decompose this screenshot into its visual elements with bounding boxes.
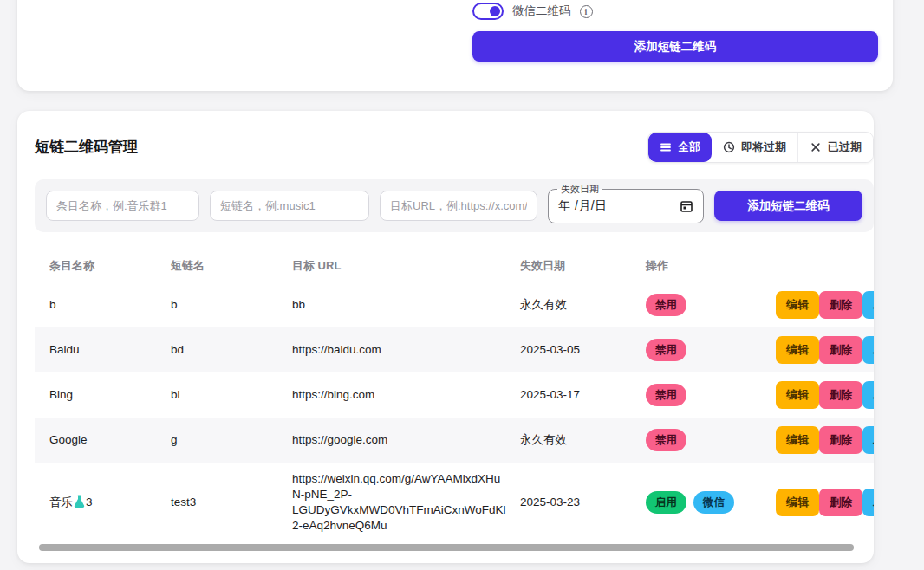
list-icon (660, 141, 672, 153)
cell-expiry-date: 2025-03-17 (520, 379, 646, 411)
target-url-input[interactable] (380, 191, 537, 221)
filter-tab-expired[interactable]: 已过期 (798, 133, 873, 162)
cell-shortlink-name: bi (171, 379, 292, 411)
cell-target-url: https://weixin.qq.com/g/AwYAAMlxdXHuN-pN… (292, 463, 520, 542)
shortlink-table: 条目名称 短链名 目标 URL 失效日期 操作 b b bb 永久有效 禁用 编… (35, 249, 874, 542)
cell-shortlink-name: test3 (171, 486, 292, 519)
x-icon (810, 141, 822, 153)
delete-button[interactable]: 删除 (819, 426, 862, 454)
filter-tab-all[interactable]: 全部 (648, 133, 712, 162)
cell-entry-name: Bing (49, 379, 171, 411)
table-row: Google g https://google.com 永久有效 禁用 编辑 删… (35, 418, 874, 463)
cell-shortlink-name: g (171, 424, 292, 457)
cell-target-url: https://bing.com (292, 379, 520, 411)
col-header-actions: 操作 (646, 258, 776, 274)
status-badge-wechat[interactable]: 微信 (693, 491, 734, 514)
toggle-knob (490, 6, 500, 16)
cell-actions: 编辑 删除 二维码 (776, 282, 874, 327)
qrcode-button[interactable]: 二维码 (862, 336, 874, 364)
calendar-icon[interactable] (680, 199, 693, 213)
wechat-qr-toggle[interactable] (472, 3, 504, 20)
delete-button[interactable]: 删除 (819, 489, 862, 516)
cell-entry-name: Google (49, 424, 171, 457)
cell-status-badges: 禁用 (646, 420, 776, 460)
cell-entry-name: b (49, 288, 171, 321)
qrcode-button[interactable]: 二维码 (862, 489, 874, 516)
add-shortlink-qr-button[interactable]: 添加短链二维码 (472, 31, 878, 62)
cell-actions: 编辑 删除 二维码 (776, 480, 874, 525)
filter-tab-all-label: 全部 (678, 139, 700, 155)
status-badge-disabled[interactable]: 禁用 (646, 339, 686, 361)
table-body: b b bb 永久有效 禁用 编辑 删除 二维码 Baidu bd https:… (35, 282, 874, 542)
table-row: Baidu bd https://baidu.com 2025-03-05 禁用… (35, 327, 874, 372)
cell-actions: 编辑 删除 二维码 (776, 327, 874, 372)
col-header-name: 条目名称 (49, 258, 171, 274)
cell-target-url: https://baidu.com (292, 334, 520, 366)
wechat-qr-toggle-label: 微信二维码 (512, 3, 571, 19)
edit-button[interactable]: 编辑 (776, 336, 819, 364)
clock-icon (723, 141, 735, 153)
delete-button[interactable]: 删除 (819, 291, 862, 319)
qrcode-button[interactable]: 二维码 (862, 426, 874, 454)
status-badge-enabled[interactable]: 启用 (646, 491, 686, 514)
edit-button[interactable]: 编辑 (776, 426, 819, 454)
table-row: Bing bi https://bing.com 2025-03-17 禁用 编… (35, 372, 874, 418)
edit-button[interactable]: 编辑 (776, 489, 819, 516)
expiry-date-label: 失效日期 (557, 183, 602, 196)
entry-name-input[interactable] (46, 191, 199, 221)
cell-expiry-date: 2025-03-05 (520, 334, 646, 366)
delete-button[interactable]: 删除 (819, 381, 862, 409)
status-badge-disabled[interactable]: 禁用 (646, 429, 686, 451)
cell-actions: 编辑 删除 二维码 (776, 418, 874, 463)
filter-tab-expired-label: 已过期 (828, 139, 862, 155)
col-header-url: 目标 URL (292, 258, 520, 274)
cell-expiry-date: 永久有效 (520, 288, 646, 321)
qrcode-button[interactable]: 二维码 (862, 381, 874, 409)
status-badge-disabled[interactable]: 禁用 (646, 384, 686, 406)
cell-target-url: bb (292, 288, 520, 321)
cell-expiry-date: 永久有效 (520, 424, 646, 457)
add-shortlink-qr-button-2[interactable]: 添加短链二维码 (714, 191, 862, 221)
cell-target-url: https://google.com (292, 424, 520, 457)
wechat-qr-toggle-row: 微信二维码 i (472, 3, 593, 20)
cell-shortlink-name: b (171, 288, 292, 321)
cell-entry-name: Baidu (49, 334, 171, 366)
delete-button[interactable]: 删除 (819, 336, 862, 364)
expiry-date-value: 年 /月/日 (558, 198, 608, 214)
cell-status-badges: 禁用 (646, 285, 776, 325)
qrcode-button[interactable]: 二维码 (862, 291, 874, 319)
status-badge-disabled[interactable]: 禁用 (646, 294, 686, 316)
filter-tab-expiring[interactable]: 即将过期 (712, 133, 798, 162)
status-filter-segmented-control: 全部 即将过期 已过期 (647, 132, 874, 163)
info-icon[interactable]: i (580, 5, 593, 18)
cell-status-badges: 禁用 (646, 330, 776, 370)
search-filter-bar: 失效日期 年 /月/日 添加短链二维码 (35, 179, 874, 232)
cell-entry-name: 音乐3 (49, 486, 171, 519)
flask-emoji-icon (74, 495, 85, 508)
col-header-slug: 短链名 (171, 258, 292, 274)
table-header-row: 条目名称 短链名 目标 URL 失效日期 操作 (35, 249, 874, 282)
table-row: b b bb 永久有效 禁用 编辑 删除 二维码 (35, 282, 874, 327)
cell-shortlink-name: bd (171, 334, 292, 366)
col-header-expiry: 失效日期 (520, 258, 646, 274)
cell-expiry-date: 2025-03-23 (520, 486, 646, 519)
table-row: 音乐3 test3 https://weixin.qq.com/g/AwYAAM… (35, 463, 874, 542)
cell-actions: 编辑 删除 二维码 (776, 372, 874, 418)
edit-button[interactable]: 编辑 (776, 381, 819, 409)
shortlink-name-input[interactable] (210, 191, 369, 221)
expiry-date-field[interactable]: 失效日期 年 /月/日 (548, 189, 704, 223)
shortlink-qr-manager-card: 短链二维码管理 全部 即将过期 (17, 111, 874, 563)
filter-tab-expiring-label: 即将过期 (741, 139, 786, 155)
cell-status-badges: 禁用 (646, 375, 776, 415)
qr-settings-card: 微信二维码 i 添加短链二维码 (17, 0, 893, 91)
edit-button[interactable]: 编辑 (776, 291, 819, 319)
horizontal-scrollbar-thumb[interactable] (39, 544, 854, 551)
cell-status-badges: 启用微信 (646, 483, 776, 522)
